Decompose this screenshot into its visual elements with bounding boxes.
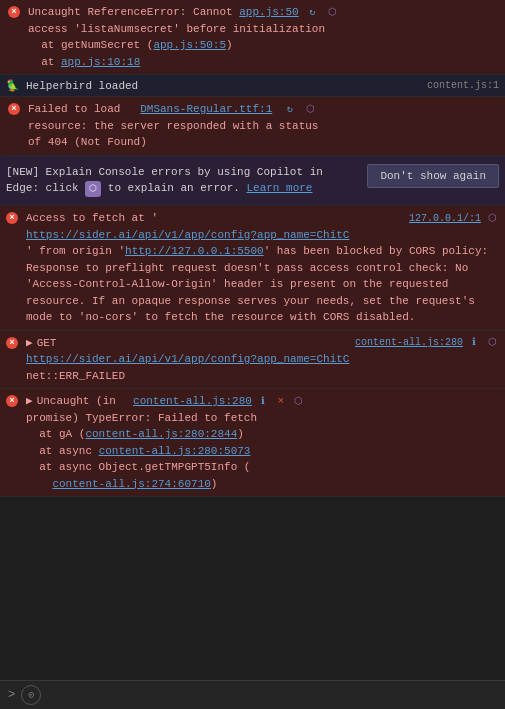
uncaught-copilot-icon[interactable]: ⬡: [292, 394, 306, 408]
reload-icon-1[interactable]: ↻: [305, 6, 319, 20]
cors-header: × Access to fetch at ' 127.0.0.1/:1 ⬡: [6, 210, 499, 227]
get-url-link[interactable]: https://sider.ai/api/v1/app/config?app_n…: [26, 353, 349, 365]
helperbird-text: Helperbird loaded: [26, 80, 138, 92]
helperbird-fileref[interactable]: content.js:1: [427, 80, 499, 91]
uncaught-info-icon[interactable]: ℹ: [256, 394, 270, 408]
get-method: GET: [37, 335, 57, 352]
entry-text-1: Uncaught ReferenceError: Cannot app.js:5…: [28, 4, 499, 21]
get-body: https://sider.ai/api/v1/app/config?app_n…: [6, 351, 499, 384]
copilot-text-block: [NEW] Explain Console errors by using Co…: [6, 164, 359, 198]
console-entry-get: × ▶ GET content-all.js:280 ℹ ⬡ https://s…: [0, 331, 505, 390]
dont-show-button[interactable]: Don't show again: [367, 164, 499, 188]
entry-indent-3: resource: the server responded with a st…: [8, 118, 499, 151]
copilot-icon-1[interactable]: ⬡: [326, 6, 340, 20]
helperbird-emoji: 🦜: [6, 79, 20, 92]
entry-subtext-1: access 'listaNumsecret' before initializ…: [28, 23, 325, 68]
error-icon-cors: ×: [6, 212, 18, 224]
uncaught-x-icon[interactable]: ×: [274, 394, 288, 408]
get-header: × ▶ GET content-all.js:280 ℹ ⬡: [6, 335, 499, 352]
error-icon-1: ×: [8, 6, 20, 18]
app-js-link-ref-2[interactable]: app.js:10:18: [61, 56, 140, 68]
get-fileref[interactable]: content-all.js:280: [355, 335, 463, 350]
error-icon-3: ×: [8, 103, 20, 115]
app-js-link-1[interactable]: app.js:50: [239, 6, 298, 18]
uncaught-body-text: promise) TypeError: Failed to fetch at g…: [26, 412, 257, 490]
cors-copilot-icon[interactable]: ⬡: [485, 211, 499, 225]
learn-more-link[interactable]: Learn more: [246, 182, 312, 194]
app-js-link-ref-1[interactable]: app.js:50:5: [153, 39, 226, 51]
uncaught-stack-3[interactable]: content-all.js:274:60710: [52, 478, 210, 490]
error-icon-get: ×: [6, 337, 18, 349]
cors-ip-link[interactable]: 127.0.0.1/:1: [409, 211, 481, 226]
uncaught-stack-2[interactable]: content-all.js:280:5073: [99, 445, 251, 457]
cors-url-link[interactable]: https://sider.ai/api/v1/app/config?app_n…: [26, 229, 349, 241]
uncaught-stack-1[interactable]: content-all.js:280:2844: [85, 428, 237, 440]
uncaught-header: × ▶ Uncaught (in content-all.js:280 ℹ × …: [6, 393, 499, 410]
chevron-icon[interactable]: >: [8, 688, 15, 702]
cors-body-text: ' from origin 'http://127.0.0.1:5500' ha…: [26, 245, 488, 323]
helperbird-left: 🦜 Helperbird loaded: [6, 79, 138, 92]
entry-indent-1: access 'listaNumsecret' before initializ…: [8, 21, 499, 71]
console-entry-uncaught: × ▶ Uncaught (in content-all.js:280 ℹ × …: [0, 389, 505, 497]
uncaught-label: Uncaught (in: [37, 393, 129, 410]
console-panel: × Uncaught ReferenceError: Cannot app.js…: [0, 0, 505, 709]
cors-body: https://sider.ai/api/v1/app/config?app_n…: [6, 227, 499, 326]
copilot-icon-3[interactable]: ⬡: [303, 103, 317, 117]
bottom-bar: > ⊙: [0, 680, 505, 709]
uncaught-arrow[interactable]: ▶: [26, 393, 33, 410]
get-arrow[interactable]: ▶: [26, 335, 33, 352]
copilot-text: [NEW] Explain Console errors by using Co…: [6, 166, 323, 195]
uncaught-body: promise) TypeError: Failed to fetch at g…: [6, 410, 499, 493]
uncaught-fileref[interactable]: content-all.js:280: [133, 393, 252, 410]
reload-icon-3[interactable]: ↻: [283, 103, 297, 117]
circle-record-icon[interactable]: ⊙: [21, 685, 41, 705]
console-entry-cors: × Access to fetch at ' 127.0.0.1/:1 ⬡ ht…: [0, 206, 505, 331]
console-entry-1: × Uncaught ReferenceError: Cannot app.js…: [0, 0, 505, 75]
copilot-edge-icon[interactable]: ⬡: [85, 181, 101, 197]
dmsans-link[interactable]: DMSans-Regular.ttf:1: [140, 103, 272, 115]
console-entry-helperbird: 🦜 Helperbird loaded content.js:1: [0, 75, 505, 97]
console-entry-3: × Failed to load DMSans-Regular.ttf:1 ↻ …: [0, 97, 505, 156]
cors-origin-link[interactable]: http://127.0.0.1:5500: [125, 245, 264, 257]
get-error-text: net::ERR_FAILED: [26, 370, 125, 382]
console-entry-copilot: [NEW] Explain Console errors by using Co…: [0, 156, 505, 207]
error-icon-uncaught: ×: [6, 395, 18, 407]
entry-subtext-3: resource: the server responded with a st…: [28, 120, 318, 149]
get-copilot-icon[interactable]: ⬡: [485, 336, 499, 350]
get-info-icon[interactable]: ℹ: [467, 336, 481, 350]
entry-text-3: Failed to load DMSans-Regular.ttf:1 ↻ ⬡: [28, 101, 499, 118]
cors-main-text: Access to fetch at ': [26, 210, 217, 227]
